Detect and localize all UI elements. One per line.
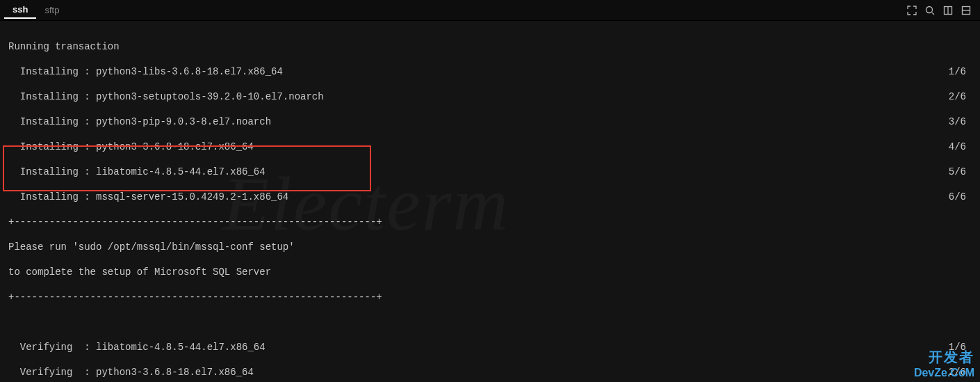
search-icon[interactable] <box>924 5 936 16</box>
tab-sftp[interactable]: sftp <box>36 2 67 18</box>
package-name: Verifying : libatomic-4.8.5-44.el7.x86_6… <box>8 341 266 353</box>
progress-count: 2/6 <box>949 90 972 103</box>
package-name: Installing : python3-setuptools-39.2.0-1… <box>8 90 324 103</box>
progress-count: 1/6 <box>949 341 972 353</box>
package-name: Installing : mssql-server-15.0.4249.2-1.… <box>8 191 288 203</box>
fullscreen-icon[interactable] <box>906 5 917 16</box>
message-box-line: Please run 'sudo /opt/mssql/bin/mssql-co… <box>8 241 972 253</box>
package-name: Installing : libatomic-4.8.5-44.el7.x86_… <box>8 166 266 178</box>
install-line: Installing : python3-setuptools-39.2.0-1… <box>8 90 972 103</box>
progress-count: 6/6 <box>949 191 972 203</box>
tab-bar: ssh sftp <box>0 0 980 21</box>
terminal-output[interactable]: Running transaction Installing : python3… <box>0 21 980 382</box>
tab-ssh[interactable]: ssh <box>4 1 36 19</box>
install-line: Installing : mssql-server-15.0.4249.2-1.… <box>8 191 972 203</box>
package-name: Installing : python3-3.6.8-18.el7.x86_64 <box>8 141 254 153</box>
progress-count: 1/6 <box>949 65 972 78</box>
package-name: Installing : python3-libs-3.6.8-18.el7.x… <box>8 65 283 78</box>
verify-line: Verifying : python3-3.6.8-18.el7.x86_642… <box>8 366 972 379</box>
progress-count: 2/6 <box>949 366 972 379</box>
package-name: Verifying : python3-3.6.8-18.el7.x86_64 <box>8 366 254 379</box>
svg-point-0 <box>926 6 933 13</box>
verify-line: Verifying : libatomic-4.8.5-44.el7.x86_6… <box>8 341 972 353</box>
progress-count: 5/6 <box>949 166 972 178</box>
install-line: Installing : python3-pip-9.0.3-8.el7.noa… <box>8 116 972 128</box>
progress-count: 4/6 <box>949 141 972 153</box>
progress-count: 3/6 <box>949 116 972 128</box>
columns-icon[interactable] <box>942 5 954 16</box>
toolbar-right <box>906 5 976 16</box>
rows-icon[interactable] <box>961 5 972 16</box>
install-line: Installing : python3-libs-3.6.8-18.el7.x… <box>8 65 972 78</box>
message-box-border: +---------------------------------------… <box>8 291 972 303</box>
blank-line <box>8 316 972 328</box>
message-box-border: +---------------------------------------… <box>8 216 972 228</box>
install-line: Installing : libatomic-4.8.5-44.el7.x86_… <box>8 166 972 178</box>
install-line: Installing : python3-3.6.8-18.el7.x86_64… <box>8 141 972 153</box>
message-box-line: to complete the setup of Microsoft SQL S… <box>8 266 972 278</box>
running-header: Running transaction <box>8 40 972 53</box>
package-name: Installing : python3-pip-9.0.3-8.el7.noa… <box>8 116 271 128</box>
